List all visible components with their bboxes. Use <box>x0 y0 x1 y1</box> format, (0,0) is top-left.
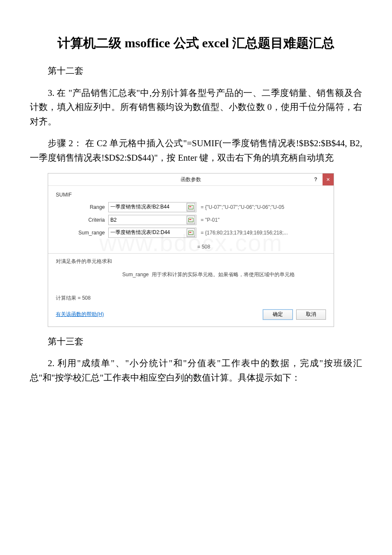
task-3-text: 3. 在 "产品销售汇总表"中,分别计算各型号产品的一、二季度销量、销售额及合计… <box>30 86 362 129</box>
dialog-titlebar: 函数参数 ? × <box>48 173 334 186</box>
step-2-text: 步骤 2： 在 C2 单元格中插入公式"=SUMIF(一季度销售情况表!$B$2… <box>30 136 362 165</box>
function-help-link[interactable]: 有关该函数的帮助(H) <box>56 311 104 318</box>
dialog-divider <box>48 253 334 254</box>
function-description: 对满足条件的单元格求和 <box>56 258 326 265</box>
argument-description: Sum_range 用于求和计算的实际单元格。如果省略，将使用区域中的单元格 <box>56 271 326 278</box>
task-2-text: 2. 利用"成绩单"、"小分统计"和"分值表"工作表中的数据，完成"按班级汇总"… <box>30 356 362 385</box>
preview-result: = 508 <box>197 244 326 250</box>
arg-input-sumrange[interactable] <box>108 228 196 238</box>
cancel-button[interactable]: 取消 <box>296 309 326 320</box>
sumrange-field[interactable] <box>109 228 186 237</box>
ref-select-icon[interactable] <box>187 216 195 224</box>
arg-label-sumrange: Sum_range <box>56 230 108 236</box>
section-heading-13: 第十三套 <box>30 335 362 349</box>
arg-row-sumrange: Sum_range = {176;80;213;179;149;169;156;… <box>56 228 326 238</box>
criteria-field[interactable] <box>109 216 186 224</box>
dialog-title-text: 函数参数 <box>181 176 201 182</box>
arg-eval-criteria: = "P-01" <box>196 217 219 223</box>
arg-row-criteria: Criteria = "P-01" <box>56 215 326 225</box>
help-icon[interactable]: ? <box>311 173 321 185</box>
calculation-result: 计算结果 = 508 <box>56 295 326 302</box>
range-field[interactable] <box>109 203 186 211</box>
arg-input-range[interactable] <box>108 202 196 212</box>
ref-select-icon[interactable] <box>187 203 195 211</box>
arg-desc-text: 用于求和计算的实际单元格。如果省略，将使用区域中的单元格 <box>152 272 295 278</box>
function-arguments-dialog: 函数参数 ? × www.bdocx.com SUMIF Range = {"U… <box>48 173 334 327</box>
section-heading-12: 第十二套 <box>30 64 362 78</box>
arg-label-criteria: Criteria <box>56 217 108 223</box>
function-name-label: SUMIF <box>56 192 326 198</box>
arg-desc-label: Sum_range <box>122 272 149 278</box>
document-title: 计算机二级 msoffice 公式 excel 汇总题目难题汇总 <box>30 34 362 52</box>
arg-row-range: Range = {"U-07";"U-07";"U-06";"U-06";"U-… <box>56 202 326 212</box>
arg-label-range: Range <box>56 204 108 210</box>
close-icon[interactable]: × <box>323 173 334 185</box>
arg-input-criteria[interactable] <box>108 215 196 225</box>
ref-select-icon[interactable] <box>187 228 195 237</box>
arg-eval-sumrange: = {176;80;213;179;149;169;156;218;... <box>196 230 288 236</box>
ok-button[interactable]: 确定 <box>263 309 293 320</box>
arg-eval-range: = {"U-07";"U-07";"U-06";"U-06";"U-05 <box>196 204 284 210</box>
